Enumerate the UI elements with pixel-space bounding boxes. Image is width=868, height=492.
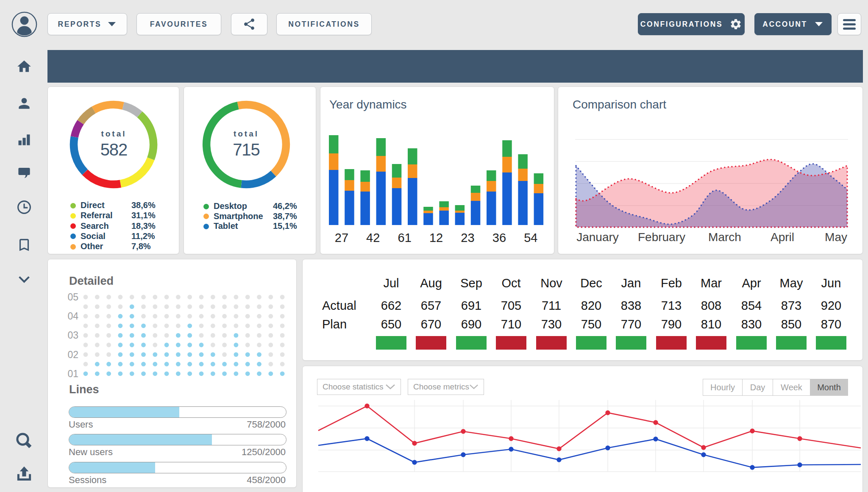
svg-text:27: 27 [335,231,348,245]
svg-text:04: 04 [67,311,78,322]
svg-text:23: 23 [461,231,474,245]
svg-text:February: February [638,231,685,244]
svg-text:January: January [576,231,619,244]
svg-text:42: 42 [366,231,380,245]
svg-text:54: 54 [524,231,537,245]
svg-text:12: 12 [429,231,443,245]
svg-text:May: May [825,231,847,244]
svg-text:April: April [771,231,794,244]
svg-text:01: 01 [67,368,78,379]
svg-text:02: 02 [67,349,78,360]
svg-text:61: 61 [398,231,412,245]
svg-text:March: March [708,231,741,244]
svg-text:36: 36 [492,231,506,245]
svg-text:05: 05 [67,292,78,303]
svg-text:03: 03 [67,330,78,341]
